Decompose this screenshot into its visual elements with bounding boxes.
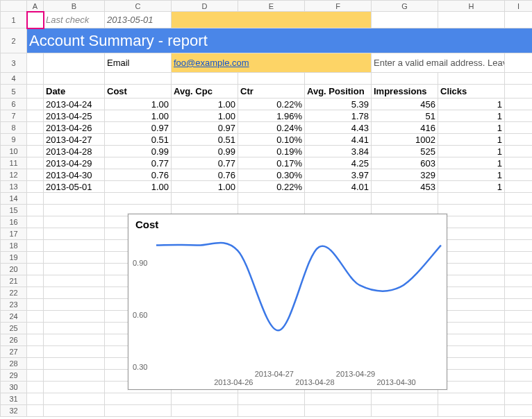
- row-header-31[interactable]: 31: [1, 393, 27, 405]
- data-cell[interactable]: 1.00: [172, 99, 238, 110]
- embedded-chart[interactable]: Cost 0.300.600.90 2013-04-262013-04-2720…: [128, 214, 447, 390]
- row-4[interactable]: 4: [1, 73, 533, 85]
- data-cell[interactable]: 2013-04-26: [44, 122, 105, 134]
- row-header-15[interactable]: 15: [1, 205, 27, 216]
- hdr-date[interactable]: Date: [44, 85, 105, 99]
- hdr-clk[interactable]: Clicks: [438, 85, 505, 99]
- data-cell[interactable]: 4.25: [305, 157, 372, 169]
- cell-d1-f1-highlight[interactable]: [172, 12, 372, 28]
- table-row[interactable]: 62013-04-241.001.000.22%5.394561: [1, 99, 533, 110]
- table-row[interactable]: 132013-05-011.001.000.22%4.014531: [1, 181, 533, 193]
- data-cell[interactable]: 1: [438, 110, 505, 122]
- data-cell[interactable]: 329: [372, 169, 438, 181]
- data-cell[interactable]: 2013-04-27: [44, 134, 105, 146]
- data-cell[interactable]: 1: [438, 146, 505, 157]
- row-header-21[interactable]: 21: [1, 275, 27, 287]
- data-cell[interactable]: 0.97: [105, 122, 172, 134]
- row-header-19[interactable]: 19: [1, 252, 27, 264]
- row-header-29[interactable]: 29: [1, 370, 27, 382]
- data-cell[interactable]: 1.00: [105, 110, 172, 122]
- row-header-23[interactable]: 23: [1, 299, 27, 311]
- col-header-d[interactable]: D: [172, 1, 238, 12]
- data-cell[interactable]: 1.00: [172, 181, 238, 193]
- col-header-h[interactable]: H: [438, 1, 505, 12]
- data-cell[interactable]: 3.97: [305, 169, 372, 181]
- row-header-12[interactable]: 12: [1, 169, 27, 181]
- row-header-22[interactable]: 22: [1, 287, 27, 299]
- cell-i3[interactable]: [505, 53, 533, 73]
- row-header-1[interactable]: 1: [1, 12, 27, 28]
- table-row[interactable]: 112013-04-290.770.770.17%4.256031: [1, 157, 533, 169]
- table-row[interactable]: 92013-04-270.510.510.10%4.4110021: [1, 134, 533, 146]
- data-cell[interactable]: 4.43: [305, 122, 372, 134]
- row-header-10[interactable]: 10: [1, 146, 27, 157]
- data-cell[interactable]: 0.22%: [238, 99, 305, 110]
- data-cell[interactable]: 0.97: [172, 122, 238, 134]
- table-row[interactable]: 102013-04-280.990.990.19%3.845251: [1, 146, 533, 157]
- cell-email-value[interactable]: foo@example.com: [172, 53, 372, 73]
- data-cell[interactable]: 3.84: [305, 146, 372, 157]
- cell-a5[interactable]: [27, 85, 44, 99]
- row-header-2[interactable]: 2: [1, 28, 27, 53]
- data-cell[interactable]: 2013-04-24: [44, 99, 105, 110]
- data-cell[interactable]: 2013-04-30: [44, 169, 105, 181]
- data-cell[interactable]: 2013-05-01: [44, 181, 105, 193]
- row-header-25[interactable]: 25: [1, 323, 27, 334]
- row-header-3[interactable]: 3: [1, 53, 27, 73]
- data-cell[interactable]: 0.76: [172, 169, 238, 181]
- data-cell[interactable]: 4.01: [305, 181, 372, 193]
- data-cell[interactable]: 0.99: [172, 146, 238, 157]
- row-header-14[interactable]: 14: [1, 193, 27, 205]
- data-cell[interactable]: 1: [438, 122, 505, 134]
- data-cell[interactable]: 0.51: [105, 134, 172, 146]
- data-cell[interactable]: 1: [438, 99, 505, 110]
- data-cell[interactable]: 2013-04-29: [44, 157, 105, 169]
- col-header-i[interactable]: I: [505, 1, 533, 12]
- data-cell[interactable]: 456: [372, 99, 438, 110]
- data-cell[interactable]: 1: [438, 157, 505, 169]
- col-header-f[interactable]: F: [305, 1, 372, 12]
- row-header-13[interactable]: 13: [1, 181, 27, 193]
- row-32[interactable]: 32: [1, 405, 533, 417]
- col-header-c[interactable]: C: [105, 1, 172, 12]
- data-cell[interactable]: 1.78: [305, 110, 372, 122]
- data-cell[interactable]: 0.10%: [238, 134, 305, 146]
- data-cell[interactable]: 4.41: [305, 134, 372, 146]
- cell-c1-last-check-date[interactable]: 2013-05-01: [105, 12, 172, 28]
- data-cell[interactable]: 0.24%: [238, 122, 305, 134]
- cell-a3[interactable]: [27, 53, 44, 73]
- row-5-headers[interactable]: 5 Date Cost Avg. Cpc Ctr Avg. Position I…: [1, 85, 533, 99]
- cell-g1[interactable]: [372, 12, 438, 28]
- row-31[interactable]: 31: [1, 393, 533, 405]
- hdr-cpc[interactable]: Avg. Cpc: [172, 85, 238, 99]
- col-header-g[interactable]: G: [372, 1, 438, 12]
- cell-b3[interactable]: [44, 53, 105, 73]
- data-cell[interactable]: 51: [372, 110, 438, 122]
- data-cell[interactable]: 0.19%: [238, 146, 305, 157]
- row-header-20[interactable]: 20: [1, 264, 27, 275]
- row-header-17[interactable]: 17: [1, 228, 27, 240]
- data-cell[interactable]: 1002: [372, 134, 438, 146]
- data-cell[interactable]: 5.39: [305, 99, 372, 110]
- cell-email-hint[interactable]: Enter a valid email address. Leave blank…: [372, 53, 505, 73]
- data-cell[interactable]: 1: [438, 134, 505, 146]
- cell-a4[interactable]: [27, 73, 44, 85]
- row-2[interactable]: 2 Account Summary - report: [1, 28, 533, 53]
- cell-title[interactable]: Account Summary - report: [27, 28, 533, 53]
- row-header-8[interactable]: 8: [1, 122, 27, 134]
- row-header-24[interactable]: 24: [1, 311, 27, 323]
- row-header-11[interactable]: 11: [1, 157, 27, 169]
- data-cell[interactable]: 1.00: [172, 110, 238, 122]
- row-14[interactable]: 14: [1, 193, 533, 205]
- data-cell[interactable]: 1: [438, 169, 505, 181]
- table-row[interactable]: 122013-04-300.760.760.30%3.973291: [1, 169, 533, 181]
- row-header-9[interactable]: 9: [1, 134, 27, 146]
- column-header-row[interactable]: A B C D E F G H I: [1, 1, 533, 12]
- table-row[interactable]: 72013-04-251.001.001.96%1.78511: [1, 110, 533, 122]
- select-all-corner[interactable]: [1, 1, 27, 12]
- data-cell[interactable]: 0.77: [105, 157, 172, 169]
- cell-i1[interactable]: [505, 12, 533, 28]
- data-cell[interactable]: 0.99: [105, 146, 172, 157]
- data-cell[interactable]: 0.17%: [238, 157, 305, 169]
- row-header-26[interactable]: 26: [1, 334, 27, 346]
